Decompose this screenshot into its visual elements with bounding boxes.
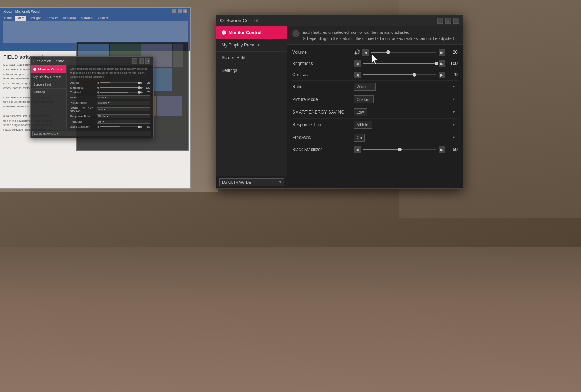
contrast-increase-btn[interactable]: ▶ [439,72,445,78]
small-sidebar: Monitor Control My Display Presets Scree… [31,65,67,130]
small-response-dropdown[interactable]: Middle ▼ [97,114,150,118]
small-volume-slider[interactable] [100,82,139,83]
response-time-dropdown-wrapper: Middle Fast Faster Normal [354,121,458,129]
osc-sidebar: Monitor Control My Display Presets Scree… [216,26,287,188]
osc-small-window: OnScreen Control – □ ✕ Monitor Control M… [30,56,154,138]
word-tab-entwurf[interactable]: Entwurf [45,16,60,21]
contrast-value: 70 [447,72,458,77]
contrast-decrease-btn[interactable]: ◀ [354,72,361,78]
osc-main-window: OnScreen Control – □ ✕ Monitor Control M… [216,15,463,189]
small-smart-energy-dropdown[interactable]: Low ▼ [97,107,150,111]
small-nav-split[interactable]: Screen Split [31,81,66,89]
smart-energy-dropdown-wrapper: Low High Off [354,108,458,116]
osc-main-content: i Each features on selected monitor can … [287,26,463,188]
picture-mode-dropdown-wrapper: Custom Game 1 Game 2 Photo [354,95,458,103]
word-tab-verweise[interactable]: Verweise [61,16,78,21]
volume-increase-btn[interactable]: ▶ [439,49,445,56]
small-freesync-dropdown[interactable]: On ▼ [97,120,150,124]
ratio-dropdown[interactable]: Wide Original Full Wide [354,83,376,91]
small-restore-btn[interactable]: □ [139,58,144,64]
small-monitor-select: LG ULTRAWIDE ▼ [31,130,153,138]
black-stab-decrease-btn[interactable]: ◀ [354,146,361,153]
word-maximize-btn[interactable]: □ [178,9,182,13]
small-ctrl-freesync: FreeSync On ▼ [70,119,150,124]
nav-my-display-presets[interactable]: My Display Presets [216,39,287,52]
nav-screen-split[interactable]: Screen Split [216,52,287,64]
small-volume-thumb [138,82,141,84]
volume-label: Volume [292,50,350,55]
monitor-select-dropdown[interactable]: LG ULTRAWIDE [219,178,284,186]
small-ctrl-ratio: Ratio Wide ▼ [70,95,150,100]
monitor-control-label: Monitor Control [229,30,261,35]
word-minimize-btn[interactable]: – [172,9,176,13]
word-tab-einfuegen[interactable]: Einfügen [27,16,44,21]
brightness-thumb [435,62,438,65]
black-stabilizer-slider[interactable] [363,149,436,150]
smart-energy-dropdown[interactable]: Low High Off [354,108,367,116]
speaker-icon: 🔊 [354,49,360,55]
word-tab-datei[interactable]: Datei [2,16,14,21]
word-close-btn[interactable]: ✕ [183,9,187,13]
osc-window-title: OnScreen Control [220,18,258,23]
small-brightness-slider[interactable] [100,87,139,88]
small-ctrl-black-stab: Black Stabilizer ◀ ▶ 50 [70,124,150,129]
small-info-text: Each features on selected monitor can be… [70,67,150,79]
osc-info-line1: Each features on selected monitor can be… [302,30,411,34]
brightness-fill [363,63,436,64]
small-black-stab-slider[interactable] [100,126,139,127]
brightness-increase-btn[interactable]: ▶ [439,60,445,67]
brightness-slider-area: ◀ ▶ 100 [354,60,458,67]
volume-decrease-btn[interactable]: ◀ [362,49,369,56]
word-window-buttons: – □ ✕ [172,9,187,13]
contrast-slider[interactable] [363,74,436,75]
freesync-row: FreeSync On Off [292,131,458,144]
small-monitor-label: Monitor Control [38,68,62,71]
word-tab-ansicht[interactable]: Ansicht [96,16,111,21]
brightness-decrease-btn[interactable]: ◀ [354,60,361,67]
volume-slider[interactable] [371,52,436,53]
small-response-label: Response Time [70,115,95,118]
small-monitor-dropdown[interactable]: LG ULTRAWIDE ▼ [32,131,151,136]
small-win-buttons: – □ ✕ [132,58,150,64]
small-volume-label: Volume [70,81,95,85]
small-contrast-slider[interactable] [100,92,139,93]
monitor-dropdown-wrapper: LG ULTRAWIDE ▼ [219,178,284,186]
small-nav-presets[interactable]: My Display Presets [31,73,66,81]
info-icon: i [292,30,300,37]
small-smart-energy-label: SMART ENERGY SAVING [70,106,95,113]
osc-maximize-btn[interactable]: □ [445,18,451,24]
small-brightness-label: Brightness [70,86,95,89]
freesync-dropdown[interactable]: On Off [354,134,365,142]
word-tab-start[interactable]: Start [15,16,26,21]
ratio-row: Ratio Wide Original Full Wide [292,81,458,93]
response-time-dropdown[interactable]: Middle Fast Faster Normal [354,121,372,129]
word-title: .docx - Microsoft Word [3,9,40,13]
word-titlebar: .docx - Microsoft Word – □ ✕ [0,8,190,15]
osc-close-btn[interactable]: ✕ [453,18,459,24]
brightness-slider[interactable] [363,63,436,64]
picture-mode-row: Picture Mode Custom Game 1 Game 2 Photo [292,93,458,106]
small-minimize-btn[interactable]: – [132,58,137,64]
osc-titlebar: OnScreen Control – □ ✕ [216,15,463,26]
osc-minimize-btn[interactable]: – [437,18,443,24]
osc-body: Monitor Control My Display Presets Scree… [216,26,463,188]
nav-settings[interactable]: Settings [216,64,287,77]
small-nav-settings[interactable]: Settings [31,89,66,96]
black-stab-increase-btn[interactable]: ▶ [439,146,445,153]
small-titlebar: OnScreen Control – □ ✕ [31,57,153,65]
small-picture-mode-dropdown[interactable]: Custom ▼ [97,101,150,105]
small-ctrl-response: Response Time Middle ▼ [70,114,150,119]
small-monitor-control[interactable]: Monitor Control [31,65,66,73]
small-black-stab-label: Black Stabilizer [70,125,95,128]
small-brightness-fill [100,87,139,88]
monitor-control-button[interactable]: Monitor Control [216,26,287,39]
small-ctrl-contrast: Contrast ◀ ▶ 70 [70,90,150,95]
small-picture-mode-label: Picture Mode [70,101,95,105]
picture-mode-dropdown[interactable]: Custom Game 1 Game 2 Photo [354,95,374,103]
small-black-stab-thumb [138,126,141,128]
small-ctrl-picture-mode: Picture Mode Custom ▼ [70,100,150,106]
small-close-btn[interactable]: ✕ [145,58,150,64]
word-tab-senden[interactable]: Senden [79,16,95,21]
smart-energy-label: SMART ENERGY SAVING [292,110,350,115]
small-ratio-dropdown[interactable]: Wide ▼ [97,95,150,99]
